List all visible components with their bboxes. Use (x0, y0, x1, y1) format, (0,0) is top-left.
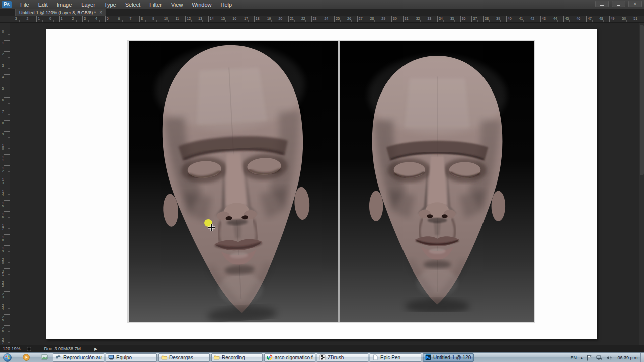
ruler-tick (4, 177, 10, 177)
taskbar-button-untitled-1-120[interactable]: PsUntitled-1 @ 120% (... (423, 353, 474, 362)
ruler-tick (243, 16, 243, 22)
language-indicator[interactable]: EN (570, 355, 577, 360)
page-icon (372, 353, 378, 362)
action-center-flag-icon[interactable] (586, 355, 592, 361)
taskbar-button-reproducci-n-auto[interactable]: Reproducción auto... (53, 353, 104, 362)
planar-head-left (129, 41, 338, 322)
ruler-tick-minor (8, 342, 10, 343)
ruler-label: 38 (485, 17, 489, 20)
ruler-tick-minor (8, 308, 10, 309)
taskbar-button-recording[interactable]: Recording (211, 353, 263, 362)
ruler-tick (564, 16, 564, 22)
menu-layer[interactable]: Layer (76, 0, 100, 9)
vertical-scrollbar[interactable] (639, 23, 644, 345)
ruler-label: 6 (1, 98, 5, 101)
menu-select[interactable]: Select (121, 0, 145, 9)
taskbar-clock[interactable]: 06:39 p.m. (617, 355, 639, 360)
ruler-tick-minor (489, 20, 490, 22)
ruler-tick (311, 16, 312, 22)
ruler-label: 11 (1, 155, 5, 161)
ruler-label: 25 (336, 17, 340, 20)
ruler-label: 3 (15, 17, 17, 20)
explorer-quicklaunch-icon[interactable] (41, 354, 48, 361)
menu-view[interactable]: View (167, 0, 188, 9)
ruler-tick-minor (294, 20, 295, 22)
ruler-tick-minor (386, 20, 386, 22)
ruler-label: 3 (84, 17, 86, 20)
ruler-tick (609, 16, 610, 22)
ruler-tick-minor (581, 20, 581, 22)
ruler-label: 2 (1, 52, 5, 55)
canvas[interactable] (46, 29, 597, 339)
ruler-label: 43 (542, 17, 546, 20)
ruler-tick-minor (557, 20, 558, 22)
ruler-tick (529, 16, 529, 22)
ruler-tick (323, 16, 323, 22)
ruler-label: 2 (72, 17, 74, 20)
ruler-label: 27 (359, 17, 363, 20)
ruler-label: 40 (508, 17, 512, 20)
menu-window[interactable]: Window (187, 0, 216, 9)
tray-chevron-icon[interactable]: ▴ (581, 356, 583, 360)
start-button[interactable] (3, 353, 12, 362)
taskbar-button-arco-cigomatico-frac[interactable]: arco cigomatico frac... (264, 353, 315, 362)
ruler-tick-minor (191, 20, 192, 22)
ruler-tick (25, 16, 25, 22)
show-desktop-button[interactable] (640, 353, 644, 362)
ruler-tick-minor (202, 20, 203, 22)
document-tab[interactable]: Untitled-1 @ 120% (Layer 8, RGB/8) * × (15, 9, 106, 16)
ruler-label: 17 (244, 17, 248, 20)
taskbar-button-epic-pen[interactable]: Epic Pen (370, 353, 421, 362)
ruler-tick-minor (8, 228, 10, 229)
horizontal-ruler[interactable]: 3210123456789101112131415161718192021222… (0, 16, 644, 23)
menu-filter[interactable]: Filter (145, 0, 166, 9)
ruler-label: 23 (313, 17, 317, 20)
ruler-label: 22 (301, 17, 305, 20)
ruler-tick-minor (432, 20, 432, 22)
speaker-icon[interactable] (606, 355, 612, 361)
ruler-tick-minor (19, 20, 20, 22)
ruler-label: 18 (256, 17, 260, 20)
ruler-tick (4, 268, 10, 269)
ruler-tick-minor (8, 114, 10, 115)
close-button[interactable]: × (628, 1, 642, 7)
minimize-button[interactable] (595, 1, 609, 7)
menu-help[interactable]: Help (216, 0, 236, 9)
menu-edit[interactable]: Edit (34, 0, 52, 9)
ruler-label: 2 (26, 17, 28, 20)
ruler-tick-minor (397, 20, 397, 22)
crosshair-cursor-icon (208, 224, 215, 231)
taskbar-button-equipo[interactable]: Equipo (106, 353, 157, 362)
artwork-image (127, 40, 535, 323)
ruler-tick-minor (626, 20, 627, 22)
ruler-label: 0 (49, 17, 51, 20)
ruler-tick-minor (351, 20, 352, 22)
menu-file[interactable]: File (16, 0, 34, 9)
ruler-tick-minor (8, 92, 10, 92)
network-icon[interactable] (596, 355, 602, 361)
ruler-tick-minor (443, 20, 444, 22)
menu-type[interactable]: Type (100, 0, 121, 9)
scrollbar-thumb[interactable] (640, 25, 644, 175)
vertical-ruler[interactable]: 0123456789101112131415161718192021222324… (0, 23, 10, 345)
ruler-tick (4, 337, 10, 337)
ruler-tick-minor (569, 20, 570, 22)
ruler-label: 9 (1, 132, 5, 135)
ruler-label: 20 (1, 258, 5, 264)
ruler-tick (437, 16, 438, 22)
media-player-quicklaunch-icon[interactable] (23, 354, 30, 361)
ruler-tick (4, 165, 10, 166)
ruler-tick-minor (42, 20, 43, 22)
taskbar-button-descargas[interactable]: Descargas (158, 353, 210, 362)
ruler-tick-minor (260, 20, 260, 22)
taskbar-button-zbrush[interactable]: ZBrush (317, 353, 368, 362)
tab-close-icon[interactable]: × (99, 10, 102, 15)
ruler-tick (174, 16, 174, 22)
restore-button[interactable] (612, 1, 625, 7)
ruler-label: 8 (1, 121, 5, 124)
ruler-tick-minor (466, 20, 466, 22)
zoom-level-field[interactable]: 120.19% (3, 346, 21, 351)
status-expand-arrow[interactable]: ▶ (94, 347, 97, 351)
menu-image[interactable]: Image (52, 0, 77, 9)
ruler-tick (552, 16, 552, 22)
